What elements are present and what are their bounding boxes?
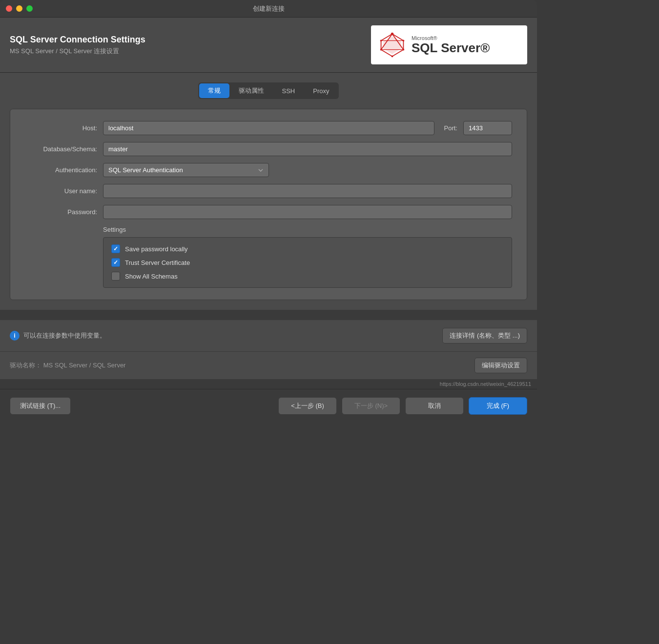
- auth-select[interactable]: SQL Server AuthenticationWindows Authent…: [103, 163, 269, 177]
- password-input[interactable]: [103, 205, 512, 219]
- driver-name: MS SQL Server / SQL Server: [43, 362, 126, 369]
- save-password-label: Save password locally: [125, 245, 188, 253]
- header-area: SQL Server Connection Settings MS SQL Se…: [0, 18, 537, 73]
- sql-server-logo: Microsoft® SQL Server®: [371, 25, 527, 64]
- svg-point-6: [391, 32, 394, 35]
- minimize-button[interactable]: [16, 5, 22, 12]
- auth-row: Authentication: SQL Server Authenticatio…: [25, 163, 512, 177]
- info-area: i 可以在连接参数中使用变量。 连接详情 (名称、类型 ...): [0, 320, 537, 352]
- svg-marker-1: [383, 36, 401, 54]
- microsoft-label: Microsoft®: [412, 35, 490, 41]
- save-password-row: ✓ Save password locally: [111, 244, 504, 253]
- settings-group: ✓ Save password locally ✓ Trust Server C…: [103, 237, 512, 288]
- password-label: Password:: [25, 208, 103, 216]
- checkmark-icon: ✓: [113, 260, 118, 265]
- settings-label: Settings: [103, 226, 512, 233]
- maximize-button[interactable]: [26, 5, 33, 12]
- tab-general[interactable]: 常规: [199, 83, 229, 98]
- host-port-row: Host: Port:: [25, 121, 512, 135]
- host-input[interactable]: [103, 121, 434, 135]
- info-left: i 可以在连接参数中使用变量。: [10, 331, 106, 341]
- edit-driver-button[interactable]: 编辑驱动设置: [474, 358, 527, 373]
- sql-server-logo-text: Microsoft® SQL Server®: [412, 35, 490, 55]
- connection-settings-title: SQL Server Connection Settings: [10, 35, 145, 45]
- url-text: https://blog.csdn.net/weixin_46219511: [440, 381, 531, 387]
- tab-ssh[interactable]: SSH: [273, 83, 304, 98]
- sql-server-label: SQL Server®: [412, 41, 490, 55]
- database-row: Database/Schema:: [25, 142, 512, 156]
- driver-text: 驱动名称： MS SQL Server / SQL Server: [10, 361, 125, 370]
- trust-certificate-row: ✓ Trust Server Certificate: [111, 258, 504, 267]
- host-input-wrap: [103, 121, 434, 135]
- traffic-lights[interactable]: [6, 5, 33, 12]
- svg-point-10: [403, 48, 405, 50]
- password-row: Password:: [25, 205, 512, 219]
- username-row: User name:: [25, 184, 512, 198]
- database-label: Database/Schema:: [25, 145, 103, 153]
- driver-area: 驱动名称： MS SQL Server / SQL Server 编辑驱动设置: [0, 352, 537, 379]
- tabs-container: 常规 驱动属性 SSH Proxy: [10, 82, 527, 99]
- bottom-right-buttons: <上一步 (B) 下一步 (N)> 取消 完成 (F): [278, 397, 527, 415]
- header-text: SQL Server Connection Settings MS SQL Se…: [10, 35, 145, 56]
- save-password-checkbox[interactable]: ✓: [111, 244, 120, 253]
- info-text: 可以在连接参数中使用变量。: [23, 331, 106, 340]
- connection-settings-subtitle: MS SQL Server / SQL Server 连接设置: [10, 47, 145, 56]
- tabs: 常规 驱动属性 SSH Proxy: [198, 82, 339, 99]
- close-button[interactable]: [6, 5, 12, 12]
- username-field: [103, 184, 512, 198]
- trust-certificate-label: Trust Server Certificate: [125, 259, 190, 266]
- svg-point-8: [403, 40, 405, 41]
- back-button[interactable]: <上一步 (B): [278, 397, 337, 415]
- bottom-left-buttons: 测试链接 (T)...: [10, 397, 71, 415]
- username-input[interactable]: [103, 184, 512, 198]
- test-connection-button[interactable]: 测试链接 (T)...: [10, 397, 71, 415]
- form-panel: Host: Port: Database/Schema: Authenticat…: [10, 109, 527, 300]
- tab-driver-properties[interactable]: 驱动属性: [230, 83, 273, 98]
- cancel-button[interactable]: 取消: [405, 397, 464, 415]
- svg-point-11: [391, 55, 393, 57]
- driver-label: 驱动名称：: [10, 362, 41, 369]
- finish-button[interactable]: 完成 (F): [469, 397, 527, 415]
- titlebar: 创建新连接: [0, 0, 537, 18]
- database-input[interactable]: [103, 142, 512, 156]
- window-title: 创建新连接: [253, 4, 285, 13]
- trust-certificate-checkbox[interactable]: ✓: [111, 258, 120, 267]
- auth-field: SQL Server AuthenticationWindows Authent…: [103, 163, 512, 177]
- svg-point-9: [380, 48, 382, 50]
- tab-proxy[interactable]: Proxy: [304, 83, 338, 98]
- bottom-bar: 测试链接 (T)... <上一步 (B) 下一步 (N)> 取消 完成 (F): [0, 389, 537, 423]
- show-all-schemas-checkbox[interactable]: [111, 272, 120, 281]
- dialog-body: 常规 驱动属性 SSH Proxy Host: Port: Database/S…: [0, 73, 537, 310]
- show-all-schemas-row: Show All Schemas: [111, 272, 504, 281]
- info-icon: i: [10, 331, 20, 341]
- port-label: Port:: [434, 124, 463, 132]
- checkmark-icon: ✓: [113, 246, 118, 252]
- connection-details-button[interactable]: 连接详情 (名称、类型 ...): [442, 328, 527, 343]
- svg-point-7: [380, 40, 382, 41]
- database-field: [103, 142, 512, 156]
- password-field: [103, 205, 512, 219]
- auth-label: Authentication:: [25, 166, 103, 174]
- host-label: Host:: [25, 124, 103, 132]
- next-button: 下一步 (N)>: [342, 397, 400, 415]
- port-input[interactable]: [463, 121, 512, 135]
- url-bar: https://blog.csdn.net/weixin_46219511: [0, 379, 537, 389]
- sql-server-icon: [379, 32, 406, 59]
- username-label: User name:: [25, 187, 103, 195]
- show-all-schemas-label: Show All Schemas: [125, 273, 178, 280]
